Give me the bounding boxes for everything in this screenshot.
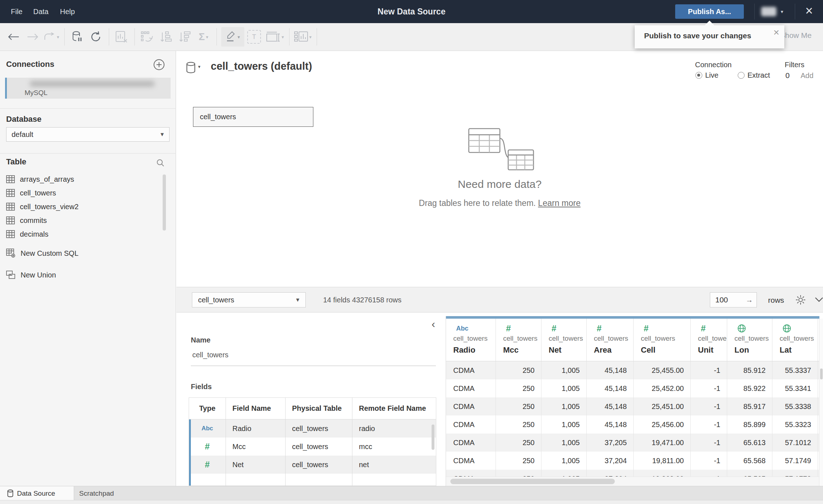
row-count-input[interactable] bbox=[710, 293, 743, 307]
sort-ascending-button[interactable] bbox=[158, 27, 174, 47]
grid-row: CDMA 250 1,005 45,148 25,455.00 -1 85.91… bbox=[446, 361, 819, 379]
filters-add-button[interactable]: Add bbox=[801, 72, 814, 80]
new-union-button[interactable]: New Union bbox=[6, 268, 162, 282]
column-field-name: Cell bbox=[641, 345, 690, 355]
field-name: Mcc bbox=[226, 438, 286, 456]
database-value: default bbox=[12, 130, 33, 138]
cell: 25,452.00 bbox=[634, 379, 691, 397]
avatar[interactable] bbox=[761, 7, 776, 16]
column-table-name: cell_towers bbox=[594, 335, 633, 343]
cell: 57.1749 bbox=[772, 452, 818, 470]
column-table-name: cell_towers bbox=[453, 335, 496, 343]
connection-item[interactable]: MySQL bbox=[5, 78, 171, 99]
cell: CDMA bbox=[446, 434, 496, 452]
datasource-caret-icon[interactable]: ▾ bbox=[198, 64, 201, 69]
column-table-name: cell_towers bbox=[734, 335, 772, 343]
connection-label: Connection bbox=[695, 61, 732, 69]
sidebar-item-cell-towers[interactable]: cell_towers bbox=[6, 186, 162, 200]
grid-vertical-scrollbar[interactable] bbox=[819, 319, 823, 486]
redo-button[interactable] bbox=[25, 27, 40, 47]
clear-sheet-button[interactable] bbox=[113, 27, 129, 47]
cell: 1,005 bbox=[541, 415, 587, 434]
field-row-accent-bar bbox=[189, 474, 191, 486]
collapse-panel-icon[interactable]: ‹ bbox=[432, 319, 435, 329]
table-name-field[interactable]: cell_towers bbox=[192, 351, 228, 359]
learn-more-link[interactable]: Learn more bbox=[538, 198, 581, 208]
column-header-unit[interactable]: # cell_towers Unit bbox=[691, 319, 727, 361]
sheet-tabs-bar: Data Source Scratchpad bbox=[0, 486, 823, 500]
sidebar-item-decimals[interactable]: decimals bbox=[6, 227, 162, 241]
topbar-divider bbox=[754, 4, 755, 20]
database-select[interactable]: default ▼ bbox=[6, 127, 170, 142]
close-window-icon[interactable]: × bbox=[805, 0, 813, 23]
replay-button[interactable]: ▾ bbox=[43, 27, 59, 47]
table-search-icon[interactable] bbox=[156, 159, 165, 169]
grid-row: CDMA 250 1,005 37,204 19,811.00 -1 65.56… bbox=[446, 452, 819, 470]
sidebar-scrollbar[interactable] bbox=[163, 175, 166, 231]
apply-rows-icon[interactable]: → bbox=[746, 293, 753, 307]
column-header-net[interactable]: # cell_towers Net bbox=[541, 319, 587, 361]
grid-collapse-chevron-icon[interactable] bbox=[814, 297, 823, 304]
connection-name-redacted bbox=[30, 81, 155, 87]
undo-button[interactable] bbox=[6, 27, 22, 47]
cell: 250 bbox=[496, 415, 541, 434]
column-header-mcc[interactable]: # cell_towers Mcc bbox=[496, 319, 541, 361]
radio-extract[interactable]: Extract bbox=[738, 71, 770, 79]
table-item-label: commits bbox=[20, 216, 47, 225]
fields-header-field-name: Field Name bbox=[226, 398, 286, 419]
field-row-mcc[interactable]: # Mcc cell_towers mcc bbox=[189, 438, 436, 456]
live-radio-icon[interactable] bbox=[695, 72, 702, 79]
cell: 1,005 bbox=[541, 361, 587, 379]
sidebar-divider bbox=[0, 153, 176, 154]
vscroll-thumb[interactable] bbox=[820, 369, 823, 379]
field-row-radio[interactable]: Abc Radio cell_towers radio bbox=[189, 419, 436, 438]
column-header-lon[interactable]: cell_towers Lon bbox=[727, 319, 772, 361]
replay-caret-icon: ▾ bbox=[57, 34, 59, 40]
column-header-area[interactable]: # cell_towers Area bbox=[587, 319, 634, 361]
fields-header-physical-table: Physical Table bbox=[286, 398, 352, 419]
sidebar-item-arrays-of-arrays[interactable]: arrays_of_arrays bbox=[6, 172, 162, 186]
show-me-button[interactable]: Show Me bbox=[780, 31, 812, 40]
cell: 45,148 bbox=[587, 361, 634, 379]
pause-updates-button[interactable] bbox=[69, 27, 85, 47]
totals-button[interactable]: Σ ▾ bbox=[196, 27, 211, 47]
logical-table-pill[interactable]: cell_towers bbox=[193, 107, 313, 127]
column-header-radio[interactable]: Abc cell_towers Radio bbox=[446, 319, 496, 361]
column-table-name: cell_towers bbox=[698, 335, 727, 343]
group-members-button[interactable] bbox=[139, 27, 155, 47]
field-row-partial[interactable] bbox=[189, 474, 436, 486]
table-item-label: arrays_of_arrays bbox=[20, 175, 74, 184]
publish-as-button[interactable]: Publish As... bbox=[675, 4, 744, 19]
fit-selector-button[interactable]: ▾ bbox=[266, 27, 284, 47]
radio-live[interactable]: Live bbox=[695, 71, 719, 79]
highlight-button[interactable]: ▾ bbox=[221, 27, 244, 47]
field-row-net[interactable]: # Net cell_towers net bbox=[189, 456, 436, 474]
cell: 65.568 bbox=[727, 452, 772, 470]
fields-header-type: Type bbox=[189, 398, 226, 419]
grid-horizontal-scrollbar[interactable] bbox=[446, 477, 819, 486]
text-label-button[interactable]: T bbox=[247, 30, 261, 44]
grid-settings-gear-icon[interactable] bbox=[795, 294, 806, 307]
cell: CDMA bbox=[446, 361, 496, 379]
fields-header-remote-field-name: Remote Field Name bbox=[352, 398, 435, 419]
sort-descending-button[interactable] bbox=[177, 27, 193, 47]
add-connection-icon[interactable] bbox=[153, 59, 165, 72]
fields-table-scrollbar[interactable] bbox=[432, 425, 434, 450]
refresh-button[interactable] bbox=[88, 27, 104, 47]
cell: 25,455.00 bbox=[634, 361, 691, 379]
show-hide-cards-button[interactable]: ▾ bbox=[294, 27, 312, 47]
extract-label: Extract bbox=[747, 71, 770, 79]
sidebar-item-commits[interactable]: commits bbox=[6, 214, 162, 227]
new-custom-sql-button[interactable]: New Custom SQL bbox=[6, 246, 162, 260]
hscroll-thumb[interactable] bbox=[450, 479, 615, 484]
table-selector[interactable]: cell_towers ▼ bbox=[192, 292, 306, 307]
extract-radio-icon[interactable] bbox=[738, 72, 745, 79]
tab-data-source[interactable]: Data Source bbox=[0, 486, 74, 500]
sidebar-item-cell-towers-view2[interactable]: cell_towers_view2 bbox=[6, 200, 162, 214]
tab-scratchpad[interactable]: Scratchpad bbox=[74, 486, 204, 500]
column-header-cell[interactable]: # cell_towers Cell bbox=[634, 319, 691, 361]
tooltip-close-icon[interactable]: × bbox=[773, 27, 779, 38]
column-header-lat[interactable]: cell_towers Lat bbox=[772, 319, 818, 361]
row-count-field[interactable]: → bbox=[710, 292, 757, 307]
datasource-database-icon[interactable] bbox=[186, 62, 196, 75]
